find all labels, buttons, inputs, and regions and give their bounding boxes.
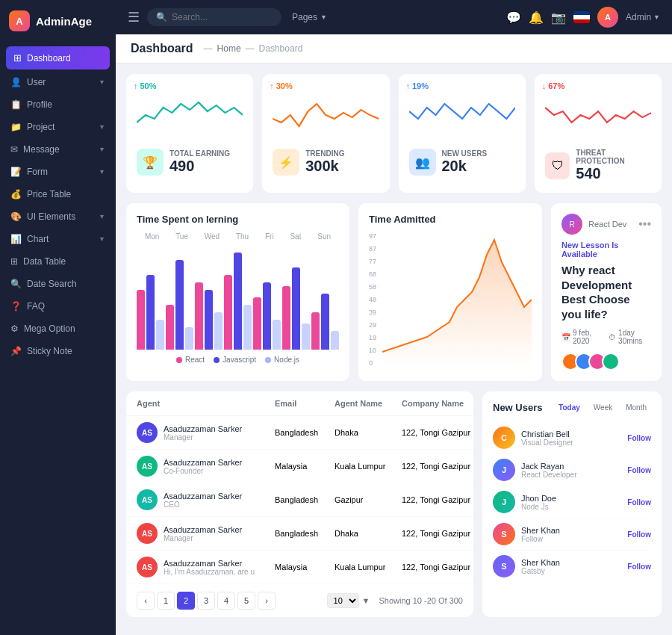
project-chevron-icon: ▼ bbox=[99, 123, 105, 131]
user2-avatar: J bbox=[493, 459, 515, 481]
new-users-arrow-icon: ↑ bbox=[406, 81, 411, 90]
sidebar-item-data-table[interactable]: ⊞ Data Table bbox=[0, 250, 116, 273]
user4-name: Sher Khan bbox=[521, 526, 621, 535]
page-5-button[interactable]: 5 bbox=[237, 592, 255, 610]
new-users-icon: 👥 bbox=[409, 149, 436, 176]
day-wed: Wed bbox=[205, 232, 220, 241]
row2-role: Co-Founder bbox=[164, 467, 242, 475]
user3-follow-button[interactable]: Follow bbox=[627, 498, 651, 507]
content: ↑ 50% 🏆 TOTAL EARNING 490 bbox=[116, 64, 672, 635]
user5-follow-button[interactable]: Follow bbox=[627, 563, 651, 571]
row4-agent-name: Dhaka bbox=[335, 529, 402, 538]
row4-email: Bangladesh bbox=[275, 529, 335, 538]
threat-arrow-icon: ↓ bbox=[542, 81, 547, 90]
row5-name: Asaduzzaman Sarker bbox=[164, 559, 255, 568]
sidebar-item-sticky-note[interactable]: 📌 Sticky Note bbox=[0, 340, 116, 362]
menu-hamburger-icon[interactable]: ☰ bbox=[128, 9, 140, 25]
search-icon: 🔍 bbox=[156, 12, 167, 22]
sidebar-item-faq[interactable]: ❓ FAQ bbox=[0, 295, 116, 318]
chat-icon[interactable]: 💬 bbox=[506, 10, 521, 25]
user1-follow-button[interactable]: Follow bbox=[627, 434, 651, 442]
stat-cards-row: ↑ 50% 🏆 TOTAL EARNING 490 bbox=[126, 74, 662, 193]
table-row: AS Asaduzzaman Sarker Manager Bangladesh… bbox=[126, 517, 473, 551]
breadcrumb: Dashboard — Home — Dashboard bbox=[116, 34, 672, 64]
new-users-value: 20k bbox=[442, 158, 467, 174]
user5-avatar: S bbox=[493, 555, 515, 577]
row2-email: Malaysia bbox=[275, 462, 335, 471]
sidebar-item-message[interactable]: ✉ Message ▼ bbox=[0, 138, 116, 161]
avatar[interactable]: A bbox=[597, 7, 618, 28]
prev-page-button[interactable]: ‹ bbox=[137, 592, 155, 610]
sidebar-item-form[interactable]: 📝 Form ▼ bbox=[0, 161, 116, 183]
sidebar-item-date-search[interactable]: 🔍 Date Search bbox=[0, 273, 116, 295]
breadcrumb-sep-1: — bbox=[204, 43, 213, 54]
sidebar-item-chart[interactable]: 📊 Chart ▼ bbox=[0, 228, 116, 250]
tab-today[interactable]: Today bbox=[554, 402, 585, 413]
pages-button[interactable]: Pages ▼ bbox=[292, 12, 327, 22]
sidebar-item-label: Dashboard bbox=[27, 53, 71, 64]
table-row: AS Asaduzzaman Sarker CEO Bangladesh Gaz… bbox=[126, 483, 473, 517]
calendar-icon: 📅 bbox=[561, 333, 570, 341]
threat-value: 540 bbox=[576, 165, 600, 182]
threat-label: THREAT PROTECTION bbox=[576, 149, 651, 165]
per-page-select[interactable]: 10 20 50 bbox=[327, 593, 359, 608]
stat-badge-new-users: ↑ 19% bbox=[406, 81, 429, 90]
admin-label[interactable]: Admin ▼ bbox=[626, 12, 660, 22]
admin-chevron-icon: ▼ bbox=[653, 13, 660, 21]
sidebar-item-ui-elements[interactable]: 🎨 UI Elements ▼ bbox=[0, 205, 116, 228]
earning-label: TOTAL EARNING bbox=[169, 149, 230, 158]
day-fri: Fri bbox=[265, 232, 274, 241]
sidebar-item-profile[interactable]: 📋 Profile bbox=[0, 93, 116, 116]
page-1-button[interactable]: 1 bbox=[157, 592, 175, 610]
search-box: 🔍 bbox=[147, 8, 281, 26]
page-2-button[interactable]: 2 bbox=[177, 592, 195, 610]
user5-name: Sher Khan bbox=[521, 558, 621, 567]
sidebar-item-project[interactable]: 📁 Project ▼ bbox=[0, 116, 116, 138]
page-3-button[interactable]: 3 bbox=[197, 592, 215, 610]
line-chart-title: Time Admitted bbox=[369, 214, 532, 225]
topbar: ☰ 🔍 Pages ▼ 💬 🔔 📷 A Admin ▼ bbox=[116, 0, 672, 34]
lesson-meta: 📅 9 feb, 2020 ⏱ 1day 30mins bbox=[561, 329, 651, 345]
search-input[interactable] bbox=[172, 12, 261, 22]
sidebar-item-user[interactable]: 👤 User ▼ bbox=[0, 71, 116, 93]
row4-company: 122, Tongi Gazipur bbox=[402, 529, 473, 538]
page-buttons: ‹ 1 2 3 4 5 › bbox=[137, 592, 276, 610]
message-chevron-icon: ▼ bbox=[99, 146, 105, 153]
legend-javascript: Javascript bbox=[223, 356, 256, 364]
row2-company: 122, Tongi Gazipur bbox=[402, 462, 473, 471]
row5-company: 122, Tongi Gazipur bbox=[402, 563, 473, 572]
user1-role: Visual Designer bbox=[521, 439, 621, 447]
table-row: AS Asaduzzaman Sarker Hi, I'm Asaduzzama… bbox=[126, 551, 473, 584]
notification-bell-icon[interactable]: 🔔 bbox=[529, 10, 544, 25]
user-row: S Sher Khan Gatsby Follow bbox=[493, 551, 651, 582]
showing-text: Showing 10 -20 Of 300 bbox=[379, 596, 463, 605]
sidebar-item-dashboard[interactable]: ⊞ Dashboard bbox=[6, 46, 110, 69]
trending-arrow-icon: ↑ bbox=[270, 81, 274, 90]
svg-marker-0 bbox=[382, 240, 532, 367]
mega-option-icon: ⚙ bbox=[10, 323, 19, 334]
message-icon: ✉ bbox=[10, 144, 18, 155]
user4-follow-button[interactable]: Follow bbox=[627, 530, 651, 539]
page-4-button[interactable]: 4 bbox=[217, 592, 235, 610]
day-mon: Mon bbox=[145, 232, 159, 241]
row2-name: Asaduzzaman Sarker bbox=[164, 458, 242, 467]
stat-badge-earning: ↑ 50% bbox=[134, 81, 157, 90]
sidebar-nav: ⊞ Dashboard 👤 User ▼ 📋 Profile 📁 Project… bbox=[0, 42, 116, 635]
sidebar-logo[interactable]: A AdminAge bbox=[0, 0, 116, 42]
tab-week[interactable]: Week bbox=[589, 402, 617, 413]
camera-icon[interactable]: 📷 bbox=[551, 10, 566, 25]
user4-role: Follow bbox=[521, 535, 621, 543]
lesson-source: React Dev bbox=[588, 220, 632, 229]
sidebar-item-price-table[interactable]: 💰 Price Table bbox=[0, 183, 116, 205]
user2-follow-button[interactable]: Follow bbox=[627, 466, 651, 474]
lesson-more-icon[interactable]: ••• bbox=[638, 217, 651, 231]
legend-nodejs: Node.js bbox=[274, 356, 299, 364]
row5-email: Malaysia bbox=[275, 563, 335, 572]
breadcrumb-home[interactable]: Home bbox=[217, 43, 241, 54]
per-page-selector: 10 20 50 ▼ bbox=[327, 593, 370, 608]
next-page-button[interactable]: › bbox=[258, 592, 276, 610]
tab-month[interactable]: Month bbox=[621, 402, 651, 413]
sidebar-item-mega-option[interactable]: ⚙ Mega Option bbox=[0, 318, 116, 340]
breadcrumb-title: Dashboard bbox=[131, 42, 193, 55]
row3-agent-name: Gazipur bbox=[335, 495, 402, 504]
